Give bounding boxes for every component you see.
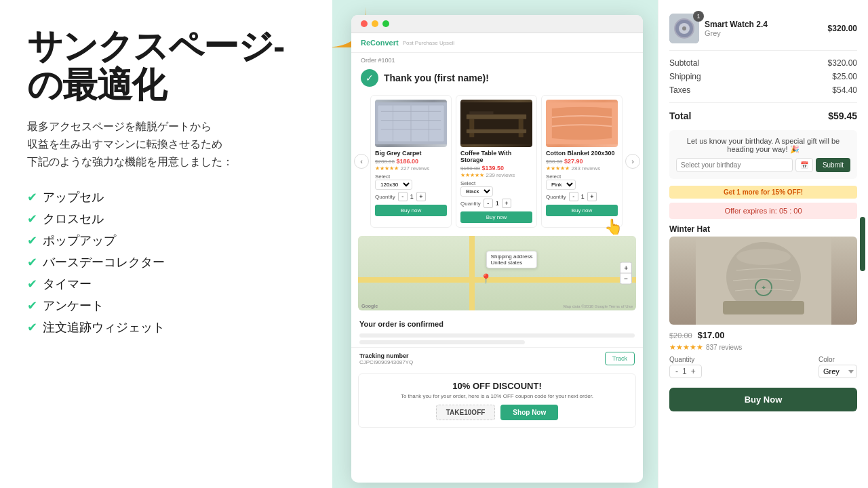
svg-point-18 <box>682 26 686 30</box>
subtotal-value: $320.00 <box>828 58 857 68</box>
list-item: ✔ タイマー <box>27 273 305 295</box>
birthday-input[interactable] <box>676 158 793 172</box>
product-card-carpet: Big Grey Carpet $200.00 $186.00 ★★★★★ 22… <box>370 95 452 228</box>
order-header: Order #1001 <box>351 53 643 68</box>
map-background: Shipping address United states 📍 + − Goo… <box>358 236 636 310</box>
cart-item-info: Smart Watch 2.4 Grey <box>705 20 768 37</box>
qty-val-carpet: 1 <box>410 193 414 200</box>
hero-title: サンクスページ-の最適化 <box>27 27 305 104</box>
qty-controls: - 1 + <box>669 365 702 378</box>
product-card-table: Coffee Table With Storage $150.00 $139.5… <box>456 95 537 228</box>
product-reviews-table: 239 reviews <box>486 172 515 178</box>
product-price-old-table: $150.00 <box>460 165 480 171</box>
shipping-value: $25.00 <box>832 72 857 81</box>
taxes-row: Taxes $54.40 <box>669 83 857 97</box>
cart-img-wrapper: 1 <box>669 14 699 43</box>
map-tooltip-line2: United states <box>491 260 533 266</box>
order-lines <box>351 333 643 344</box>
calendar-icon[interactable]: 📅 <box>795 158 813 172</box>
select-label-table: Select <box>460 180 532 186</box>
reconvert-logo: ReConvert <box>361 39 399 47</box>
qty-plus-table[interactable]: + <box>502 199 511 208</box>
svg-text:✦: ✦ <box>761 284 766 291</box>
hat-stars: ★★★★★ <box>669 343 703 352</box>
reconvert-header: ReConvert Post Purchase Upsell <box>351 33 643 53</box>
check-icon: ✔ <box>27 298 37 313</box>
select-blanket[interactable]: Pink <box>546 180 576 190</box>
qty-minus-table[interactable]: - <box>484 199 493 208</box>
hat-price-row: $20.00 $17.00 <box>669 330 857 340</box>
qty-val-blanket: 1 <box>581 193 585 200</box>
check-icon: ✔ <box>27 190 37 205</box>
product-price-new-table: $139.50 <box>481 165 504 171</box>
qty-plus-carpet[interactable]: + <box>416 192 426 201</box>
taxes-value: $54.40 <box>832 85 857 95</box>
taxes-label: Taxes <box>669 85 690 95</box>
discount-banner: 10% OFF DISCOUNT! To thank you for your … <box>358 373 636 428</box>
carousel-right-arrow[interactable]: › <box>625 154 640 169</box>
product-price-new-blanket: $27.90 <box>564 158 583 165</box>
carousel-left-arrow[interactable]: ‹ <box>354 154 369 169</box>
check-icon: ✔ <box>27 255 37 270</box>
total-value: $59.45 <box>828 110 857 121</box>
tracking-number: CJPCI9090943087YQ <box>359 359 413 365</box>
list-item: ✔ アンケート <box>27 295 305 317</box>
browser-content: ReConvert Post Purchase Upsell Order #10… <box>351 33 643 481</box>
svg-rect-13 <box>469 111 493 114</box>
select-carpet[interactable]: 120x30 <box>375 180 412 190</box>
birthday-section: Let us know your birthday. A special gif… <box>669 130 857 179</box>
track-button[interactable]: Track <box>605 352 635 365</box>
color-section: Color Grey Black White <box>818 356 857 378</box>
qty-minus-blanket[interactable]: - <box>569 192 578 201</box>
product-cards: Big Grey Carpet $200.00 $186.00 ★★★★★ 22… <box>351 95 643 228</box>
product-price-old-carpet: $200.00 <box>375 159 395 165</box>
map-zoom-in[interactable]: + <box>620 263 631 274</box>
feature-list: ✔ アップセル ✔ クロスセル ✔ ポップアップ ✔ バースデーコレクター ✔ … <box>27 186 305 338</box>
buy-now-button[interactable]: Buy Now <box>669 388 857 411</box>
left-panel: サンクスページ-の最適化 最多アクセスページを離脱ゲートから収益を生み出すマシン… <box>0 0 332 488</box>
qty-minus-carpet[interactable]: - <box>398 192 408 201</box>
shop-now-button[interactable]: Shop Now <box>500 405 558 420</box>
qty-minus-hat[interactable]: - <box>675 367 678 376</box>
discount-subtitle: To thank you for your order, here is a 1… <box>367 393 627 399</box>
product-image-blanket <box>546 100 618 147</box>
product-name-blanket: Cotton Blanket 200x300 <box>546 150 618 157</box>
svg-rect-9 <box>467 115 526 119</box>
qty-plus-blanket[interactable]: + <box>587 192 597 201</box>
order-line-full <box>359 333 635 338</box>
color-label: Color <box>818 356 857 363</box>
browser-bar <box>351 15 643 33</box>
color-select[interactable]: Grey Black White <box>818 365 857 378</box>
buy-btn-carpet[interactable]: Buy now <box>375 205 447 216</box>
check-icon: ✔ <box>27 233 37 248</box>
map-road-horizontal <box>358 277 636 283</box>
subtotal-row: Subtotal $320.00 <box>669 56 857 70</box>
cart-product-variant: Grey <box>705 29 768 37</box>
thank-you-row: ✓ Thank you (first name)! <box>351 68 643 91</box>
product-name-table: Coffee Table With Storage <box>460 150 532 163</box>
product-card-blanket: Cotton Blanket 200x300 $30.00 $27.90 ★★★… <box>541 95 623 228</box>
tracking-label: Tracking number <box>359 352 413 359</box>
select-table[interactable]: Black <box>460 186 493 197</box>
google-logo: Google <box>361 304 378 308</box>
product-reviews-carpet: 227 reviews <box>401 165 430 171</box>
browser-dot-green <box>382 20 389 27</box>
cart-product-price: $320.00 <box>828 24 857 33</box>
birthday-submit-button[interactable]: Submit <box>816 158 850 172</box>
list-item: ✔ クロスセル <box>27 208 305 230</box>
order-confirmed-label: Your order is confirmed <box>351 314 643 331</box>
discount-title: 10% OFF DISCOUNT! <box>367 381 627 391</box>
cart-product-name: Smart Watch 2.4 <box>705 20 768 29</box>
reconvert-tagline: Post Purchase Upsell <box>403 40 454 46</box>
svg-rect-21 <box>723 301 804 314</box>
buy-btn-blanket[interactable]: Buy now <box>546 205 618 216</box>
thank-you-text: Thank you (first name)! <box>384 73 489 83</box>
qty-plus-hat[interactable]: + <box>691 367 696 376</box>
discount-row: TAKE10OFF Shop Now <box>367 405 627 420</box>
product-stars-carpet: ★★★★★ <box>375 165 399 171</box>
upsell-badge: Get 1 more for 15% OFF! <box>669 186 857 199</box>
product-price-new-carpet: $186.00 <box>396 158 418 165</box>
select-label-blanket: Select <box>546 174 618 180</box>
map-zoom-out[interactable]: − <box>620 274 631 284</box>
buy-btn-table[interactable]: Buy now <box>460 211 532 223</box>
